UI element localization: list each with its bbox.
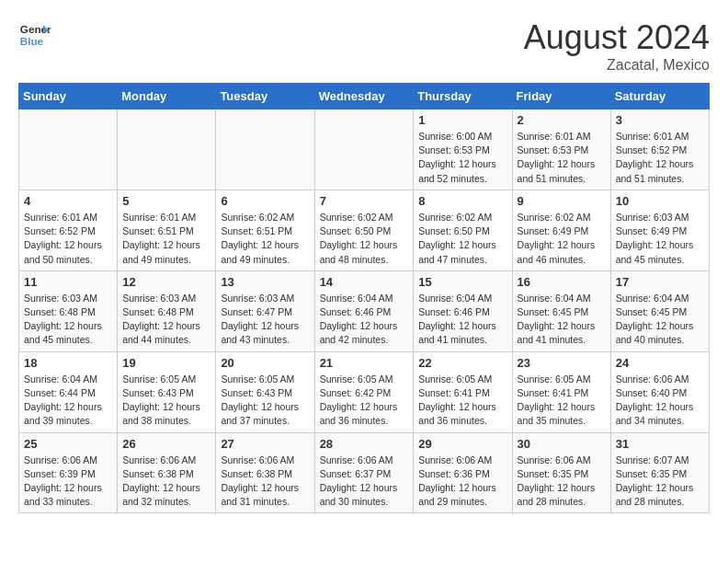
day-number: 11 xyxy=(24,275,112,289)
day-detail: Sunrise: 6:06 AM Sunset: 6:36 PM Dayligh… xyxy=(418,454,506,510)
day-number: 25 xyxy=(24,437,112,451)
day-detail: Sunrise: 6:06 AM Sunset: 6:37 PM Dayligh… xyxy=(320,454,409,510)
day-detail: Sunrise: 6:02 AM Sunset: 6:51 PM Dayligh… xyxy=(221,211,309,267)
calendar-cell: 7Sunrise: 6:02 AM Sunset: 6:50 PM Daylig… xyxy=(314,190,414,270)
day-detail: Sunrise: 6:01 AM Sunset: 6:53 PM Dayligh… xyxy=(518,130,606,186)
calendar-cell: 27Sunrise: 6:06 AM Sunset: 6:38 PM Dayli… xyxy=(216,432,314,513)
calendar-row: 18Sunrise: 6:04 AM Sunset: 6:44 PM Dayli… xyxy=(19,351,710,432)
day-number: 26 xyxy=(122,437,210,451)
day-detail: Sunrise: 6:01 AM Sunset: 6:52 PM Dayligh… xyxy=(616,130,704,186)
day-detail: Sunrise: 6:04 AM Sunset: 6:45 PM Dayligh… xyxy=(518,292,606,348)
day-number: 27 xyxy=(221,437,309,451)
calendar-table: SundayMondayTuesdayWednesdayThursdayFrid… xyxy=(18,83,710,513)
day-detail: Sunrise: 6:04 AM Sunset: 6:46 PM Dayligh… xyxy=(418,292,506,348)
day-detail: Sunrise: 6:02 AM Sunset: 6:50 PM Dayligh… xyxy=(418,211,506,267)
calendar-row: 25Sunrise: 6:06 AM Sunset: 6:39 PM Dayli… xyxy=(19,432,710,513)
calendar-row: 11Sunrise: 6:03 AM Sunset: 6:48 PM Dayli… xyxy=(19,270,710,351)
calendar-cell: 4Sunrise: 6:01 AM Sunset: 6:52 PM Daylig… xyxy=(19,190,118,270)
weekday-header: Thursday xyxy=(414,84,512,109)
calendar-cell xyxy=(19,109,118,190)
logo-icon: General Blue xyxy=(18,18,51,52)
day-detail: Sunrise: 6:07 AM Sunset: 6:35 PM Dayligh… xyxy=(616,454,704,510)
calendar-cell: 12Sunrise: 6:03 AM Sunset: 6:48 PM Dayli… xyxy=(118,270,216,351)
page-header: General Blue August 2024 Zacatal, Mexico xyxy=(18,18,710,74)
day-number: 21 xyxy=(320,356,409,370)
day-detail: Sunrise: 6:04 AM Sunset: 6:44 PM Dayligh… xyxy=(24,373,112,429)
calendar-row: 1Sunrise: 6:00 AM Sunset: 6:53 PM Daylig… xyxy=(19,109,710,190)
calendar-cell: 23Sunrise: 6:05 AM Sunset: 6:41 PM Dayli… xyxy=(512,351,610,432)
calendar-cell: 21Sunrise: 6:05 AM Sunset: 6:42 PM Dayli… xyxy=(314,351,414,432)
calendar-cell: 18Sunrise: 6:04 AM Sunset: 6:44 PM Dayli… xyxy=(19,351,118,432)
month-year: August 2024 xyxy=(524,18,710,57)
day-detail: Sunrise: 6:06 AM Sunset: 6:39 PM Dayligh… xyxy=(24,454,112,510)
calendar-cell: 15Sunrise: 6:04 AM Sunset: 6:46 PM Dayli… xyxy=(414,270,512,351)
day-number: 8 xyxy=(418,194,506,208)
title-block: August 2024 Zacatal, Mexico xyxy=(524,18,710,74)
day-detail: Sunrise: 6:00 AM Sunset: 6:53 PM Dayligh… xyxy=(418,130,506,186)
day-detail: Sunrise: 6:03 AM Sunset: 6:49 PM Dayligh… xyxy=(616,211,704,267)
weekday-header: Friday xyxy=(512,84,610,109)
day-number: 23 xyxy=(518,356,606,370)
day-detail: Sunrise: 6:02 AM Sunset: 6:49 PM Dayligh… xyxy=(518,211,606,267)
calendar-cell: 10Sunrise: 6:03 AM Sunset: 6:49 PM Dayli… xyxy=(610,190,709,270)
day-number: 13 xyxy=(221,275,309,289)
calendar-cell: 1Sunrise: 6:00 AM Sunset: 6:53 PM Daylig… xyxy=(414,109,512,190)
day-detail: Sunrise: 6:05 AM Sunset: 6:41 PM Dayligh… xyxy=(518,373,606,429)
calendar-cell: 20Sunrise: 6:05 AM Sunset: 6:43 PM Dayli… xyxy=(216,351,314,432)
day-detail: Sunrise: 6:05 AM Sunset: 6:43 PM Dayligh… xyxy=(221,373,309,429)
calendar-cell: 3Sunrise: 6:01 AM Sunset: 6:52 PM Daylig… xyxy=(610,109,709,190)
calendar-cell: 8Sunrise: 6:02 AM Sunset: 6:50 PM Daylig… xyxy=(414,190,512,270)
calendar-row: 4Sunrise: 6:01 AM Sunset: 6:52 PM Daylig… xyxy=(19,190,710,270)
day-number: 6 xyxy=(221,194,309,208)
calendar-cell: 11Sunrise: 6:03 AM Sunset: 6:48 PM Dayli… xyxy=(19,270,118,351)
calendar-cell: 26Sunrise: 6:06 AM Sunset: 6:38 PM Dayli… xyxy=(118,432,216,513)
day-detail: Sunrise: 6:03 AM Sunset: 6:47 PM Dayligh… xyxy=(221,292,309,348)
day-detail: Sunrise: 6:03 AM Sunset: 6:48 PM Dayligh… xyxy=(122,292,210,348)
day-detail: Sunrise: 6:06 AM Sunset: 6:38 PM Dayligh… xyxy=(122,454,210,510)
day-number: 1 xyxy=(418,113,506,127)
calendar-cell: 16Sunrise: 6:04 AM Sunset: 6:45 PM Dayli… xyxy=(512,270,610,351)
day-detail: Sunrise: 6:02 AM Sunset: 6:50 PM Dayligh… xyxy=(320,211,409,267)
day-detail: Sunrise: 6:06 AM Sunset: 6:40 PM Dayligh… xyxy=(616,373,704,429)
location: Zacatal, Mexico xyxy=(524,57,710,74)
weekday-header-row: SundayMondayTuesdayWednesdayThursdayFrid… xyxy=(19,84,710,109)
calendar-cell: 30Sunrise: 6:06 AM Sunset: 6:35 PM Dayli… xyxy=(512,432,610,513)
day-detail: Sunrise: 6:05 AM Sunset: 6:42 PM Dayligh… xyxy=(320,373,409,429)
calendar-cell: 24Sunrise: 6:06 AM Sunset: 6:40 PM Dayli… xyxy=(610,351,709,432)
day-detail: Sunrise: 6:04 AM Sunset: 6:46 PM Dayligh… xyxy=(320,292,409,348)
day-number: 2 xyxy=(518,113,606,127)
day-detail: Sunrise: 6:03 AM Sunset: 6:48 PM Dayligh… xyxy=(24,292,112,348)
calendar-cell: 31Sunrise: 6:07 AM Sunset: 6:35 PM Dayli… xyxy=(610,432,709,513)
day-number: 4 xyxy=(24,194,112,208)
calendar-cell: 14Sunrise: 6:04 AM Sunset: 6:46 PM Dayli… xyxy=(314,270,414,351)
day-number: 17 xyxy=(616,275,704,289)
calendar-cell xyxy=(314,109,414,190)
day-number: 15 xyxy=(418,275,506,289)
day-number: 16 xyxy=(518,275,606,289)
day-number: 19 xyxy=(122,356,210,370)
calendar-cell: 28Sunrise: 6:06 AM Sunset: 6:37 PM Dayli… xyxy=(314,432,414,513)
weekday-header: Wednesday xyxy=(314,84,414,109)
day-detail: Sunrise: 6:05 AM Sunset: 6:41 PM Dayligh… xyxy=(418,373,506,429)
day-number: 30 xyxy=(518,437,606,451)
calendar-cell: 13Sunrise: 6:03 AM Sunset: 6:47 PM Dayli… xyxy=(216,270,314,351)
day-number: 20 xyxy=(221,356,309,370)
weekday-header: Sunday xyxy=(19,84,118,109)
day-number: 9 xyxy=(518,194,606,208)
day-number: 10 xyxy=(616,194,704,208)
calendar-cell xyxy=(216,109,314,190)
weekday-header: Monday xyxy=(118,84,216,109)
weekday-header: Saturday xyxy=(610,84,709,109)
day-detail: Sunrise: 6:04 AM Sunset: 6:45 PM Dayligh… xyxy=(616,292,704,348)
day-number: 14 xyxy=(320,275,409,289)
day-detail: Sunrise: 6:01 AM Sunset: 6:52 PM Dayligh… xyxy=(24,211,112,267)
day-number: 29 xyxy=(418,437,506,451)
calendar-cell: 22Sunrise: 6:05 AM Sunset: 6:41 PM Dayli… xyxy=(414,351,512,432)
day-number: 12 xyxy=(122,275,210,289)
day-number: 18 xyxy=(24,356,112,370)
day-detail: Sunrise: 6:06 AM Sunset: 6:38 PM Dayligh… xyxy=(221,454,309,510)
calendar-cell: 29Sunrise: 6:06 AM Sunset: 6:36 PM Dayli… xyxy=(414,432,512,513)
calendar-cell: 25Sunrise: 6:06 AM Sunset: 6:39 PM Dayli… xyxy=(19,432,118,513)
day-detail: Sunrise: 6:01 AM Sunset: 6:51 PM Dayligh… xyxy=(122,211,210,267)
day-number: 5 xyxy=(122,194,210,208)
